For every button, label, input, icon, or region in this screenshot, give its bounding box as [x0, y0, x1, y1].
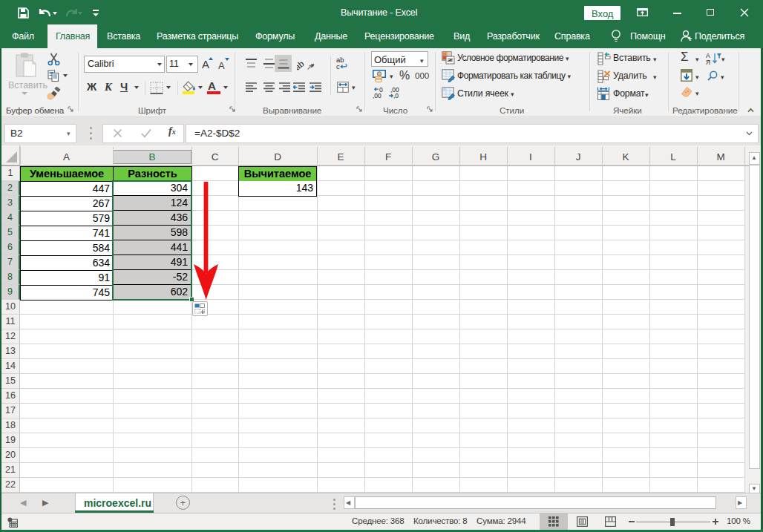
svg-text:,00: ,00: [373, 92, 382, 99]
svg-text:,0: ,0: [393, 92, 399, 99]
svg-text:ab: ab: [297, 59, 306, 71]
svg-text:Я: Я: [706, 59, 710, 65]
svg-text:c: c: [336, 62, 340, 70]
